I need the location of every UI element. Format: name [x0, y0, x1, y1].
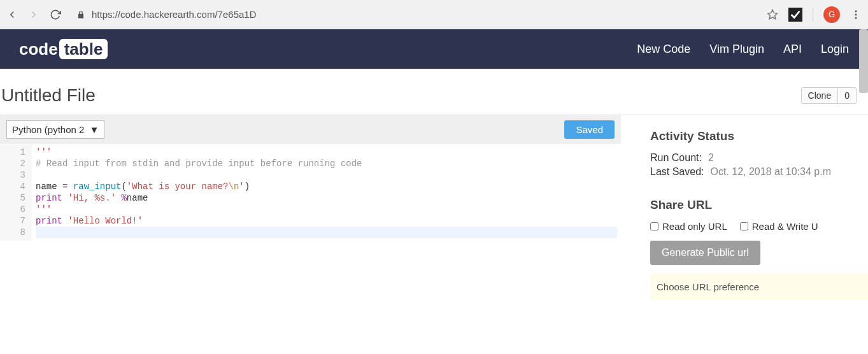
last-saved-label: Last Saved:: [650, 166, 704, 178]
browser-toolbar: https://code.hackerearth.com/7e65a1D G: [0, 0, 868, 29]
star-icon[interactable]: [767, 9, 778, 20]
editor-toolbar: Python (python 2 ▼ Saved: [0, 115, 621, 144]
divider: [813, 8, 813, 22]
saved-badge: Saved: [564, 120, 615, 139]
line-number: 6: [6, 204, 25, 215]
app-header: codetable New Code Vim Plugin API Login: [0, 29, 868, 69]
line-number: 5: [6, 192, 25, 204]
forward-icon[interactable]: [28, 9, 39, 20]
lock-icon: [76, 10, 85, 19]
line-number: 7: [6, 215, 25, 227]
line-number: 1: [6, 146, 25, 158]
back-icon[interactable]: [6, 9, 18, 20]
svg-marker-0: [768, 10, 778, 18]
address-bar[interactable]: https://code.hackerearth.com/7e65a1D: [70, 5, 758, 24]
readwrite-checkbox[interactable]: [740, 222, 748, 230]
code-editor[interactable]: 12345678 '''# Read input from stdin and …: [0, 144, 621, 241]
chevron-down-icon: ▼: [89, 124, 99, 135]
svg-point-2: [855, 10, 857, 12]
nav-vim-plugin[interactable]: Vim Plugin: [709, 43, 764, 56]
line-number: 4: [6, 181, 25, 192]
code-line[interactable]: print 'Hello World!': [36, 215, 617, 227]
activity-heading: Activity Status: [650, 129, 868, 143]
clone-label: Clone: [802, 88, 838, 103]
code-line[interactable]: [36, 227, 617, 238]
line-number: 2: [6, 158, 25, 169]
title-row: Untitled File Clone 0: [0, 69, 868, 115]
language-label: Python (python 2: [12, 124, 84, 135]
line-number: 8: [6, 227, 25, 238]
nav-login[interactable]: Login: [821, 43, 849, 56]
share-notice: Choose URL preference: [650, 274, 868, 300]
code-line[interactable]: ''': [36, 146, 617, 158]
readonly-label: Read only URL: [662, 221, 727, 232]
last-saved-value: Oct. 12, 2018 at 10:34 p.m: [711, 166, 831, 178]
readonly-checkbox[interactable]: [650, 222, 658, 230]
clone-button[interactable]: Clone 0: [801, 87, 857, 104]
reload-icon[interactable]: [50, 9, 61, 20]
svg-rect-1: [788, 8, 802, 22]
viewport-scrollbar[interactable]: [859, 29, 868, 93]
code-line[interactable]: name = raw_input('What is your name?\n'): [36, 181, 617, 192]
svg-point-4: [855, 17, 857, 18]
url-text: https://code.hackerearth.com/7e65a1D: [92, 9, 257, 20]
readwrite-option[interactable]: Read & Write U: [740, 221, 818, 232]
clone-count: 0: [837, 88, 856, 103]
code-area[interactable]: '''# Read input from stdin and provide i…: [32, 144, 621, 241]
menu-icon[interactable]: [850, 9, 862, 20]
file-title[interactable]: Untitled File: [1, 85, 96, 106]
logo-text-a: code: [19, 39, 58, 59]
code-line[interactable]: # Read input from stdin and provide inpu…: [36, 158, 617, 169]
nav-new-code[interactable]: New Code: [637, 43, 690, 56]
svg-point-3: [855, 13, 857, 15]
extension-icon[interactable]: [788, 8, 802, 22]
code-line[interactable]: ''': [36, 204, 617, 215]
logo[interactable]: codetable: [19, 39, 108, 59]
profile-avatar[interactable]: G: [823, 6, 840, 23]
header-nav: New Code Vim Plugin API Login: [637, 43, 849, 56]
generate-url-button[interactable]: Generate Public url: [650, 241, 760, 265]
language-select[interactable]: Python (python 2 ▼: [6, 120, 104, 139]
line-gutter: 12345678: [0, 144, 32, 241]
logo-text-b: table: [59, 39, 108, 59]
run-count-value: 2: [708, 152, 714, 164]
code-line[interactable]: print 'Hi, %s.' %name: [36, 192, 617, 204]
nav-api[interactable]: API: [783, 43, 802, 56]
readonly-option[interactable]: Read only URL: [650, 221, 727, 232]
line-number: 3: [6, 169, 25, 181]
code-line[interactable]: [36, 169, 617, 181]
run-count-label: Run Count:: [650, 152, 702, 164]
sidebar: Activity Status Run Count: 2 Last Saved:…: [621, 115, 868, 300]
readwrite-label: Read & Write U: [752, 221, 818, 232]
share-heading: Share URL: [650, 198, 868, 212]
